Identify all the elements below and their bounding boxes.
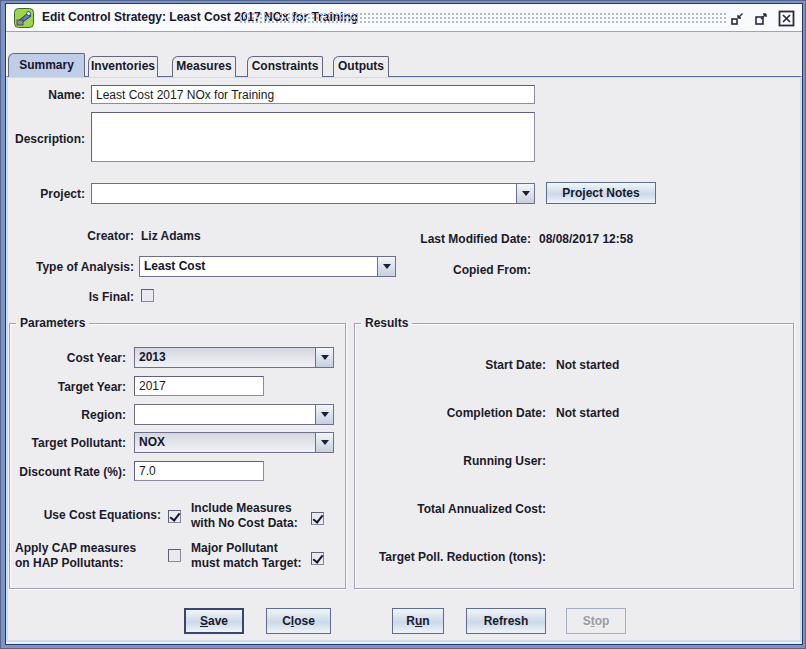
name-label: Name: bbox=[9, 88, 85, 102]
use-cost-equations-checkbox[interactable] bbox=[168, 510, 181, 523]
running-user-label: Running User: bbox=[351, 454, 546, 468]
use-cost-equations-label: Use Cost Equations: bbox=[21, 508, 161, 523]
major-pollutant-label-line1: Major Pollutant bbox=[191, 541, 301, 556]
target-year-label: Target Year: bbox=[11, 380, 126, 394]
description-label: Description: bbox=[9, 132, 85, 146]
chevron-down-icon[interactable] bbox=[315, 405, 333, 424]
cost-year-combobox[interactable]: 2013 bbox=[134, 347, 334, 368]
chevron-down-icon[interactable] bbox=[315, 348, 333, 367]
title-bar[interactable]: Edit Control Strategy: Least Cost 2017 N… bbox=[6, 4, 802, 32]
chevron-down-icon[interactable] bbox=[377, 257, 395, 276]
target-poll-reduction-label: Target Poll. Reduction (tons): bbox=[351, 550, 546, 564]
start-date-value: Not started bbox=[556, 358, 619, 372]
tab-constraints[interactable]: Constraints bbox=[247, 56, 323, 77]
tab-inventories[interactable]: Inventories bbox=[88, 56, 158, 77]
close-button[interactable]: Close bbox=[266, 608, 331, 634]
include-measures-label-line1: Include Measures bbox=[191, 501, 298, 516]
include-measures-no-cost-data-checkbox[interactable] bbox=[311, 512, 324, 525]
is-final-checkbox[interactable] bbox=[141, 289, 154, 302]
parameters-group-title: Parameters bbox=[16, 316, 89, 330]
window-controls bbox=[730, 10, 795, 27]
run-button[interactable]: Run bbox=[392, 608, 444, 634]
refresh-button[interactable]: Refresh bbox=[466, 608, 546, 634]
apply-cap-measures-label-line2: on HAP Pollutants: bbox=[15, 556, 136, 571]
completion-date-label: Completion Date: bbox=[351, 406, 546, 420]
region-label: Region: bbox=[11, 408, 126, 422]
apply-cap-on-hap-checkbox[interactable] bbox=[168, 549, 181, 562]
close-icon[interactable] bbox=[778, 10, 795, 27]
save-button[interactable]: Save bbox=[184, 608, 244, 634]
cost-year-label: Cost Year: bbox=[11, 351, 126, 365]
major-pollutant-match-target-checkbox[interactable] bbox=[311, 552, 324, 565]
maximize-icon[interactable] bbox=[754, 11, 769, 26]
discount-rate-input[interactable] bbox=[134, 461, 264, 481]
discount-rate-label: Discount Rate (%): bbox=[11, 465, 126, 479]
tab-outputs[interactable]: Outputs bbox=[333, 56, 389, 77]
name-input[interactable] bbox=[91, 85, 535, 104]
total-annualized-cost-label: Total Annualized Cost: bbox=[351, 502, 546, 516]
start-date-label: Start Date: bbox=[351, 358, 546, 372]
creator-label: Creator: bbox=[9, 229, 134, 243]
project-combobox[interactable] bbox=[91, 183, 535, 204]
titlebar-texture bbox=[239, 12, 727, 23]
is-final-label: Is Final: bbox=[9, 290, 134, 304]
project-combobox-value bbox=[92, 184, 516, 203]
chevron-down-icon[interactable] bbox=[315, 433, 333, 452]
type-of-analysis-value: Least Cost bbox=[140, 257, 377, 276]
chevron-down-icon[interactable] bbox=[516, 184, 534, 203]
include-measures-label-line2: with No Cost Data: bbox=[191, 516, 298, 531]
target-pollutant-label: Target Pollutant: bbox=[11, 436, 126, 450]
copied-from-label: Copied From: bbox=[401, 263, 531, 277]
emf-logo-icon bbox=[14, 8, 34, 28]
creator-value: Liz Adams bbox=[141, 229, 201, 243]
type-of-analysis-combobox[interactable]: Least Cost bbox=[139, 256, 396, 277]
region-combobox[interactable] bbox=[134, 404, 334, 425]
window-frame: Edit Control Strategy: Least Cost 2017 N… bbox=[0, 0, 806, 649]
tab-summary[interactable]: Summary bbox=[8, 53, 85, 77]
minimize-icon[interactable] bbox=[730, 11, 745, 26]
last-modified-date-value: 08/08/2017 12:58 bbox=[539, 232, 633, 246]
type-of-analysis-label: Type of Analysis: bbox=[9, 260, 134, 274]
tab-measures[interactable]: Measures bbox=[172, 56, 236, 77]
last-modified-date-label: Last Modified Date: bbox=[401, 232, 531, 246]
target-year-input[interactable] bbox=[134, 376, 264, 396]
project-notes-button[interactable]: Project Notes bbox=[546, 182, 656, 204]
stop-button[interactable]: Stop bbox=[566, 608, 626, 634]
project-label: Project: bbox=[9, 187, 85, 201]
completion-date-value: Not started bbox=[556, 406, 619, 420]
major-pollutant-label-line2: must match Target: bbox=[191, 556, 301, 571]
description-textarea[interactable] bbox=[91, 112, 535, 162]
apply-cap-measures-label-line1: Apply CAP measures bbox=[15, 541, 136, 556]
results-group-title: Results bbox=[361, 316, 412, 330]
target-pollutant-combobox[interactable]: NOX bbox=[134, 432, 334, 453]
target-pollutant-value: NOX bbox=[135, 433, 315, 452]
region-value bbox=[135, 405, 315, 424]
cost-year-value: 2013 bbox=[135, 348, 315, 367]
